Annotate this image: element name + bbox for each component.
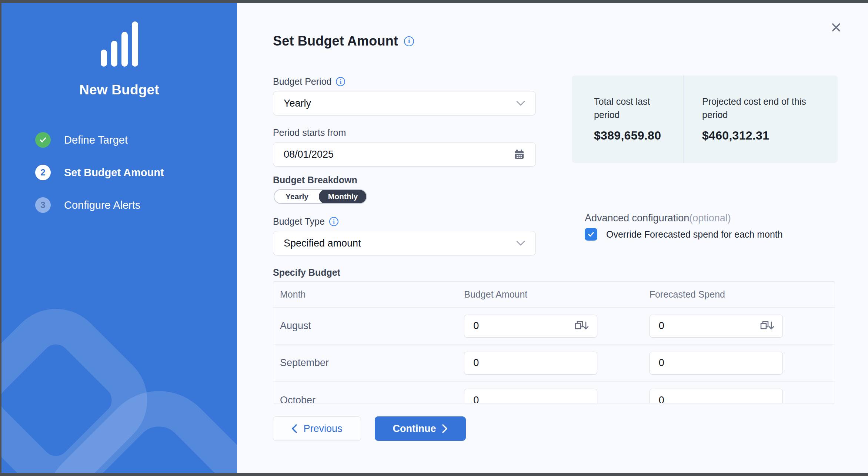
step-label: Set Budget Amount [64,167,164,179]
chevron-down-icon [516,101,525,106]
budget-amount-value: 0 [473,357,479,369]
bar-chart-logo-icon [1,25,237,67]
override-forecast-checkbox[interactable] [585,228,597,241]
budget-amount-input[interactable]: 0 [464,389,597,403]
optional-suffix: (optional) [689,212,731,224]
chevron-down-icon [516,241,525,246]
budget-amount-input[interactable]: 0 [464,315,597,338]
close-icon[interactable] [828,19,844,36]
budget-period-select[interactable]: Yearly [273,91,536,115]
step-define-target[interactable]: Define Target [35,132,164,148]
column-header-forecast: Forecasted Spend [650,289,835,300]
step-label: Configure Alerts [64,199,140,211]
forecasted-spend-input[interactable]: 0 [650,389,783,403]
toggle-option-yearly[interactable]: Yearly [274,190,320,203]
budget-type-select[interactable]: Specified amount [273,231,536,255]
column-header-budget: Budget Amount [464,289,649,300]
info-icon[interactable]: i [336,77,345,86]
toggle-option-monthly[interactable]: Monthly [319,189,367,204]
column-header-month: Month [273,289,464,300]
month-label: October [273,395,464,404]
cost-summary-panel: Total cost last period $389,659.80 Proje… [572,76,838,163]
period-starts-label: Period starts from [273,127,346,138]
table-row: October 0 0 [273,382,835,403]
month-label: September [273,357,464,369]
main-content: Set Budget Amount i Budget Period i Year… [237,3,868,473]
override-forecast-label: Override Forecasted spend for each month [606,229,783,240]
forecasted-spend-value: 0 [659,357,664,369]
override-forecast-row: Override Forecasted spend for each month [585,228,783,241]
step-number-badge: 3 [35,197,51,213]
step-set-budget-amount[interactable]: 2 Set Budget Amount [35,164,164,181]
budget-period-value: Yearly [284,98,311,109]
budget-period-label: Budget Period i [273,76,345,87]
total-cost-value: $389,659.80 [594,129,684,143]
continue-button[interactable]: Continue [375,416,466,441]
table-header: Month Budget Amount Forecasted Spend [273,282,835,308]
budget-breakdown-label: Budget Breakdown [273,175,357,185]
budget-type-label: Budget Type i [273,216,338,227]
copy-down-icon[interactable] [574,320,590,332]
forecasted-spend-input[interactable]: 0 [650,315,783,338]
previous-button[interactable]: Previous [273,416,361,441]
period-starts-input[interactable]: 08/01/2025 [273,142,536,167]
total-cost-label: Total cost last period [594,95,664,121]
chevron-left-icon [291,424,297,433]
forecasted-spend-value: 0 [659,395,664,404]
step-number-badge: 2 [35,165,51,180]
wizard-title: New Budget [1,82,237,98]
copy-down-icon[interactable] [760,320,775,332]
budget-amount-input[interactable]: 0 [464,352,597,375]
calendar-icon[interactable] [513,148,525,160]
step-label: Define Target [64,134,128,146]
table-row: August 0 0 [273,308,835,345]
budget-breakdown-toggle: Yearly Monthly [274,189,367,204]
info-icon[interactable]: i [329,217,338,226]
period-starts-value: 08/01/2025 [284,149,334,160]
forecasted-spend-value: 0 [659,320,664,332]
check-circle-icon [35,132,51,148]
month-label: August [273,320,464,332]
budget-type-value: Specified amount [284,238,361,249]
info-icon[interactable]: i [404,36,414,46]
table-row: September 0 0 [273,345,835,382]
new-budget-modal: New Budget Define Target 2 Set Budget Am… [1,3,868,473]
advanced-config-title: Advanced configuration(optional) [585,212,731,224]
brand-watermark [1,295,237,473]
projected-cost-label: Projected cost end of this period [702,95,817,121]
specify-budget-label: Specify Budget [273,267,340,278]
forecasted-spend-input[interactable]: 0 [650,352,783,375]
wizard-steps: Define Target 2 Set Budget Amount 3 Conf… [35,132,164,229]
budget-amount-value: 0 [473,320,479,332]
page-title: Set Budget Amount [273,33,398,49]
sidebar: New Budget Define Target 2 Set Budget Am… [1,3,237,473]
monthly-budget-table: Month Budget Amount Forecasted Spend Aug… [273,281,835,403]
budget-amount-value: 0 [473,395,479,404]
step-configure-alerts[interactable]: 3 Configure Alerts [35,197,164,213]
projected-cost-value: $460,312.31 [702,129,838,143]
chevron-right-icon [442,424,448,433]
